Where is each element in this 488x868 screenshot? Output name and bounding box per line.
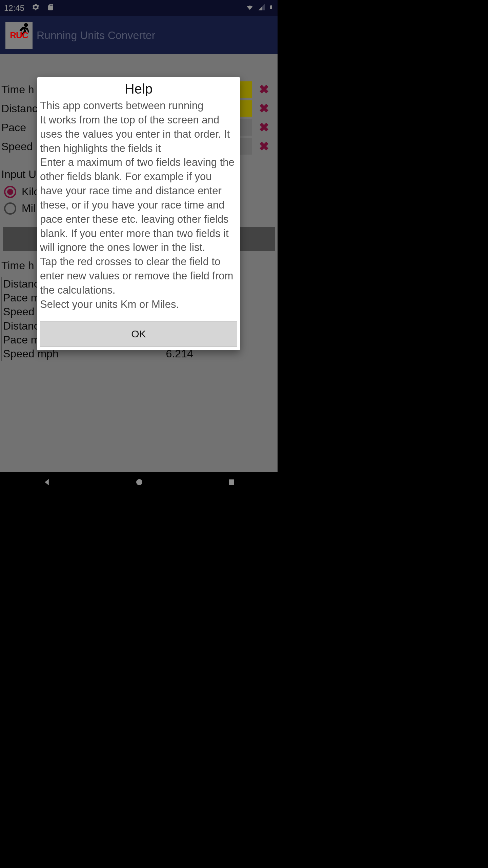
dialog-paragraph: Tap the red crosses to clear the field t… <box>37 255 240 297</box>
dialog-paragraph: It works from the top of the screen and … <box>37 113 240 156</box>
dialog-paragraph: Enter a maximum of two fields leaving th… <box>37 155 240 255</box>
dialog-title: Help <box>37 81 240 97</box>
dialog-paragraph: This app converts between running <box>37 99 240 113</box>
app-logo-text: RUC <box>10 30 28 41</box>
dialog-paragraph: Select your units Km or Miles. <box>37 297 240 312</box>
ok-button[interactable]: OK <box>40 321 237 347</box>
help-dialog: Help This app converts between running I… <box>37 77 240 350</box>
